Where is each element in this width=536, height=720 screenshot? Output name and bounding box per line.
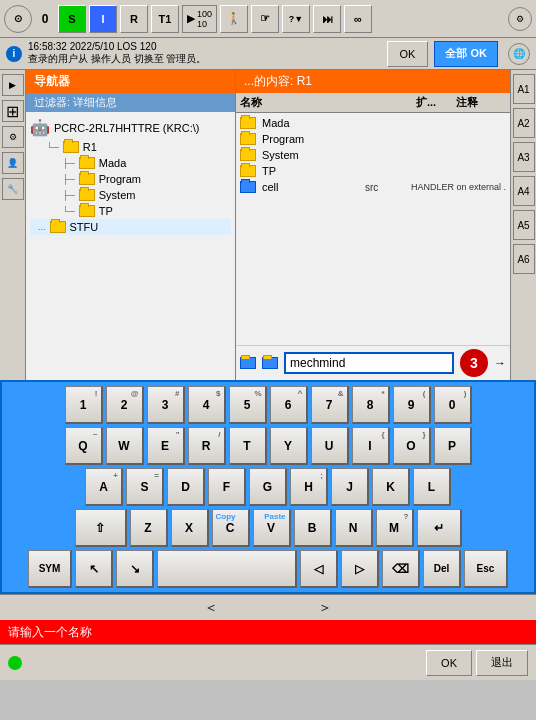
bottom-right-area: OK 退出 [426,650,528,676]
bottom-cancel-button[interactable]: 退出 [476,650,528,676]
list-item[interactable]: System [240,147,506,163]
info-ok-button[interactable]: OK [387,41,429,67]
key-7[interactable]: &7 [311,386,349,424]
key-1[interactable]: !1 [65,386,103,424]
key-esc[interactable]: Esc [464,550,508,588]
info-subtext: 查录的用户从 操作人员 切换至 管理员。 [28,52,381,66]
key-q[interactable]: ~Q [65,427,103,465]
sidebar-icon-4[interactable]: 👤 [2,152,24,174]
btn-person[interactable]: 🚶 [220,5,248,33]
key-p[interactable]: P [434,427,472,465]
btn-r[interactable]: R [120,5,148,33]
key-arrow-downright[interactable]: ↘ [116,550,154,588]
key-c[interactable]: Copy C [212,509,250,547]
a2-button[interactable]: A2 [513,108,535,138]
key-9[interactable]: (9 [393,386,431,424]
menu-button[interactable]: ⊙ [4,5,32,33]
cell-item[interactable]: cell src HANDLER on external . [240,179,506,195]
key-f[interactable]: F [208,468,246,506]
key-arrow-upleft[interactable]: ↖ [75,550,113,588]
sidebar-icon-1[interactable]: ▶ [2,74,24,96]
tree-tp-item[interactable]: └─ TP [30,203,231,219]
key-6[interactable]: ^6 [270,386,308,424]
key-t[interactable]: T [229,427,267,465]
settings-icon[interactable]: ⚙ [508,7,532,31]
key-g[interactable]: G [249,468,287,506]
a5-button[interactable]: A5 [513,210,535,240]
tree-robot-item[interactable]: 🤖 PCRC-2RL7HHTTRE (KRC:\) [30,116,231,139]
bottom-ok-button[interactable]: OK [426,650,472,676]
mada-content-label: Mada [262,117,506,129]
key-shift[interactable]: ⇧ [75,509,127,547]
key-u[interactable]: U [311,427,349,465]
key-sym[interactable]: SYM [28,550,72,588]
filename-input[interactable] [284,352,454,374]
sidebar-icon-5[interactable]: 🔧 [2,178,24,200]
run-top: 100 [197,9,212,19]
key-a[interactable]: +A [85,468,123,506]
key-b[interactable]: B [294,509,332,547]
robot-label: PCRC-2RL7HHTTRE (KRC:\) [54,122,199,134]
left-sidebar: ▶ ⊞ ⚙ 👤 🔧 [0,70,26,380]
key-m[interactable]: ?M [376,509,414,547]
list-item[interactable]: TP [240,163,506,179]
key-n[interactable]: N [335,509,373,547]
scroll-left-arrow[interactable]: ＜ [204,599,218,617]
key-enter[interactable]: ↵ [417,509,462,547]
navigator-filter[interactable]: 过滤器: 详细信息 [26,93,235,112]
btn-hand[interactable]: ☞ [251,5,279,33]
key-5[interactable]: %5 [229,386,267,424]
key-l[interactable]: L [413,468,451,506]
a6-button[interactable]: A6 [513,244,535,274]
key-j[interactable]: J [331,468,369,506]
key-arrow-right[interactable]: ▷ [341,550,379,588]
sidebar-icon-3[interactable]: ⚙ [2,126,24,148]
cell-folder-icon [240,181,256,193]
list-item[interactable]: Mada [240,115,506,131]
key-v[interactable]: Paste V [253,509,291,547]
key-x[interactable]: X [171,509,209,547]
key-r[interactable]: /R [188,427,226,465]
a1-button[interactable]: A1 [513,74,535,104]
key-backspace[interactable]: ⌫ [382,550,420,588]
key-z[interactable]: Z [130,509,168,547]
tree-system-item[interactable]: ├─ System [30,187,231,203]
btn-qmark[interactable]: ?▼ [282,5,310,33]
key-3[interactable]: #3 [147,386,185,424]
btn-skip[interactable]: ⏭ [313,5,341,33]
key-k[interactable]: K [372,468,410,506]
sidebar-icon-2[interactable]: ⊞ [2,100,24,122]
btn-t1[interactable]: T1 [151,5,179,33]
key-arrow-left[interactable]: ◁ [300,550,338,588]
key-s[interactable]: =S [126,468,164,506]
key-d[interactable]: D [167,468,205,506]
key-w[interactable]: W [106,427,144,465]
kuka-logo: ⊙ [14,13,22,24]
key-e[interactable]: "E [147,427,185,465]
tree-stfu-item[interactable]: ... STFU [30,219,231,235]
r1-folder-icon [63,141,79,153]
key-0[interactable]: )0 [434,386,472,424]
key-space[interactable] [157,550,297,588]
btn-run[interactable]: ▶ 100 10 [182,5,217,33]
tree-program-item[interactable]: ├─ Program [30,171,231,187]
list-item[interactable]: Program [240,131,506,147]
a3-button[interactable]: A3 [513,142,535,172]
key-o[interactable]: }O [393,427,431,465]
key-h[interactable]: ;H [290,468,328,506]
key-y[interactable]: Y [270,427,308,465]
a4-button[interactable]: A4 [513,176,535,206]
key-2[interactable]: @2 [106,386,144,424]
btn-inf[interactable]: ∞ [344,5,372,33]
key-i[interactable]: {I [352,427,390,465]
tree-mada-item[interactable]: ├─ Mada [30,155,231,171]
btn-s[interactable]: S [58,5,86,33]
col-ext-header: 扩... [416,95,456,110]
btn-i[interactable]: I [89,5,117,33]
key-4[interactable]: $4 [188,386,226,424]
scroll-right-arrow[interactable]: ＞ [318,599,332,617]
key-del[interactable]: Del [423,550,461,588]
tree-r1-item[interactable]: └─ R1 [30,139,231,155]
key-8[interactable]: *8 [352,386,390,424]
info-ok-all-button[interactable]: 全部 OK [434,41,498,67]
